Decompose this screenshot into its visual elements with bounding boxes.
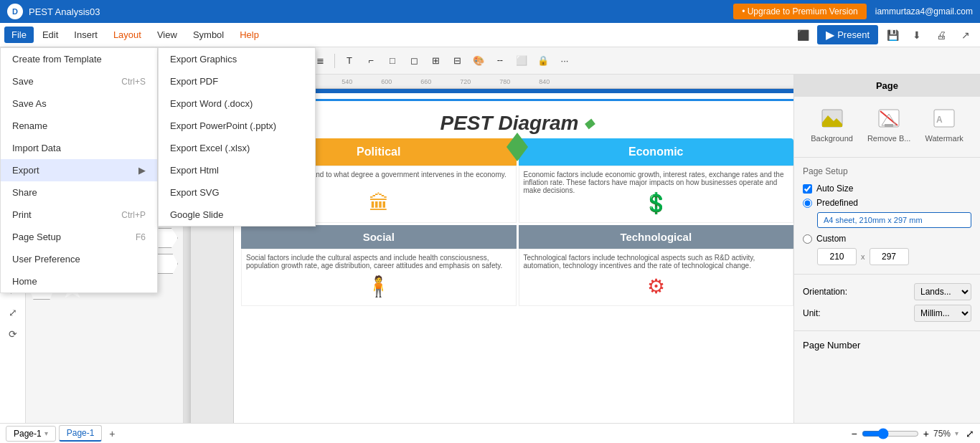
ruler-mark: 840: [524, 78, 564, 85]
text-tool-btn[interactable]: T: [339, 51, 359, 71]
file-export[interactable]: Export ▶: [1, 159, 157, 181]
bottombar-right: − + 75% ▾ ⤢: [852, 428, 974, 439]
orientation-section: Orientation: Lands... Portrait Unit: Mil…: [794, 275, 980, 331]
toolbar-sep-3: [334, 54, 335, 68]
file-create-template[interactable]: Create from Template: [1, 48, 157, 70]
zoom-out-btn[interactable]: −: [852, 428, 857, 439]
unit-select[interactable]: Millim... Inches Pixels: [914, 305, 971, 322]
export-powerpoint[interactable]: Export PowerPoint (.pptx): [159, 115, 315, 137]
page-tab-1-active[interactable]: Page-1: [59, 425, 103, 442]
economic-cell: Economic 💲 Economic factors include econ…: [519, 138, 794, 223]
svg-rect-4: [885, 124, 893, 127]
export-graphics[interactable]: Export Graphics: [159, 48, 315, 70]
background-section: Background Remove B... A Watermark: [794, 97, 980, 158]
menu-insert[interactable]: Insert: [67, 27, 105, 43]
present-button[interactable]: ▶ Present: [817, 25, 878, 44]
file-share[interactable]: Share: [1, 181, 157, 204]
fill-btn[interactable]: 🎨: [468, 51, 489, 71]
orientation-label: Orientation:: [803, 287, 847, 297]
custom-label: Custom: [816, 234, 846, 244]
print-icon-btn[interactable]: 🖨: [931, 25, 951, 45]
add-page-button[interactable]: +: [105, 427, 119, 441]
file-rename[interactable]: Rename: [1, 115, 157, 137]
file-user-preference[interactable]: User Preference: [1, 248, 157, 270]
page-tab-chevron[interactable]: ▾: [44, 429, 48, 437]
orientation-select[interactable]: Lands... Portrait: [914, 283, 971, 300]
file-save[interactable]: Save Ctrl+S: [1, 70, 157, 92]
right-panel: Page Background Remove B...: [793, 75, 980, 423]
fit-page-btn[interactable]: ⤢: [966, 428, 974, 439]
file-import-data[interactable]: Import Data: [1, 137, 157, 159]
align-btn[interactable]: ⊞: [425, 51, 446, 71]
export-svg[interactable]: Export SVG: [159, 181, 315, 204]
more-btn[interactable]: ···: [555, 51, 575, 71]
pest-grid: Political 🏛 tical factors are how and to…: [234, 138, 793, 306]
tech-cell: Technological ⚙ Technological factors in…: [519, 225, 794, 306]
menubar: File Edit Insert Layout View Symbol Help…: [0, 23, 980, 47]
import-icon-btn[interactable]: ⬛: [793, 25, 813, 45]
export-pdf[interactable]: Export PDF: [159, 70, 315, 92]
shape-btn[interactable]: □: [382, 51, 402, 71]
remove-bg-item[interactable]: Remove B...: [867, 105, 911, 143]
shape2-btn[interactable]: ◻: [404, 51, 424, 71]
file-home[interactable]: Home: [1, 270, 157, 292]
predefined-radio[interactable]: [803, 199, 812, 208]
line-btn[interactable]: ╌: [490, 51, 510, 71]
connector-btn[interactable]: ⌐: [361, 51, 381, 71]
file-page-setup[interactable]: Page Setup F6: [1, 226, 157, 248]
height-input[interactable]: [870, 248, 909, 265]
menu-edit[interactable]: Edit: [35, 27, 65, 43]
export-word[interactable]: Export Word (.docx): [159, 92, 315, 115]
political-icon: 🏛: [369, 191, 389, 215]
app-logo: D: [7, 4, 23, 19]
page-tab-1[interactable]: Page-1 ▾: [6, 426, 56, 442]
predefined-label: Predefined: [816, 198, 858, 208]
zoom-in-btn[interactable]: +: [923, 428, 929, 439]
user-email: iammurtaza4@gmail.com: [875, 6, 973, 16]
file-save-as[interactable]: Save As: [1, 92, 157, 115]
lock-btn[interactable]: 🔒: [533, 51, 553, 71]
history-ct-btn[interactable]: ⟳: [3, 324, 23, 344]
export-html[interactable]: Export Html: [159, 159, 315, 181]
distribute-btn[interactable]: ⊟: [447, 51, 467, 71]
watermark-label: Watermark: [925, 134, 963, 143]
background-item[interactable]: Background: [811, 105, 853, 143]
export-submenu: Export Graphics Export PDF Export Word (…: [158, 47, 316, 227]
titlebar-right: • Upgrade to Premium Version iammurtaza4…: [733, 4, 973, 19]
unit-label: Unit:: [803, 308, 821, 318]
download-icon-btn[interactable]: ⬇: [907, 25, 927, 45]
economic-header: Economic: [519, 138, 794, 166]
page-number-title: Page Number: [803, 340, 971, 351]
share-icon-btn[interactable]: ↗: [956, 25, 976, 45]
background-icon: [818, 105, 847, 131]
custom-radio[interactable]: [803, 234, 812, 244]
page-number-section: Page Number: [794, 331, 980, 366]
export-google-slide[interactable]: Google Slide: [159, 204, 315, 226]
upgrade-button[interactable]: • Upgrade to Premium Version: [733, 4, 867, 19]
economic-icon: 💲: [644, 191, 669, 215]
file-print[interactable]: Print Ctrl+P: [1, 204, 157, 226]
width-input[interactable]: [817, 248, 857, 265]
main-diagram-area: PEST Diagram ◆ Political 🏛 tical facto: [234, 93, 793, 423]
menu-file[interactable]: File: [4, 27, 34, 43]
ruler-mark: 720: [446, 78, 485, 85]
expand-ct-btn[interactable]: ⤢: [3, 303, 23, 323]
export-excel[interactable]: Export Excel (.xlsx): [159, 137, 315, 159]
auto-size-checkbox[interactable]: [803, 184, 812, 194]
tech-header: Technological: [519, 225, 794, 249]
zoom-chevron[interactable]: ▾: [955, 429, 958, 437]
menu-layout[interactable]: Layout: [106, 27, 149, 43]
predefined-row: Predefined: [803, 198, 971, 208]
menu-symbol[interactable]: Symbol: [186, 27, 231, 43]
pest-diamond: ◆: [584, 115, 594, 131]
unit-row: Unit: Millim... Inches Pixels: [803, 305, 971, 322]
orientation-row: Orientation: Lands... Portrait: [803, 283, 971, 300]
border-btn[interactable]: ⬜: [512, 51, 532, 71]
upgrade-label: • Upgrade to Premium Version: [742, 6, 858, 16]
save-icon-btn[interactable]: 💾: [882, 25, 903, 45]
watermark-item[interactable]: A Watermark: [925, 105, 963, 143]
zoom-slider[interactable]: [862, 428, 919, 439]
menu-view[interactable]: View: [150, 27, 184, 43]
social-icon: 🧍: [366, 275, 391, 298]
menu-help[interactable]: Help: [232, 27, 266, 43]
